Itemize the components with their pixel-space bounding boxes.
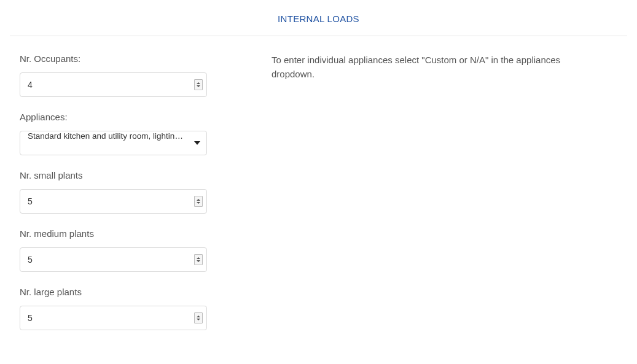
chevron-down-icon <box>197 85 200 87</box>
chevron-down-icon <box>197 260 200 262</box>
field-appliances: Appliances: Standard kitchen and utility… <box>20 112 263 155</box>
small-plants-label: Nr. small plants <box>20 170 263 180</box>
small-plants-stepper[interactable] <box>194 196 203 207</box>
large-plants-stepper[interactable] <box>194 312 203 323</box>
medium-plants-input[interactable] <box>20 248 206 271</box>
chevron-up-icon <box>197 82 200 84</box>
appliances-select-wrap: Standard kitchen and utility room, light… <box>20 131 207 155</box>
field-medium-plants: Nr. medium plants <box>20 228 263 272</box>
medium-plants-stepper[interactable] <box>194 254 203 265</box>
appliances-help-text: To enter individual appliances select "C… <box>272 53 601 81</box>
appliances-select[interactable]: Standard kitchen and utility room, light… <box>20 131 206 155</box>
form-column: Nr. Occupants: Appliances: Standard kitc… <box>11 53 263 345</box>
large-plants-input-wrap <box>20 306 207 330</box>
medium-plants-label: Nr. medium plants <box>20 228 263 239</box>
appliances-label: Appliances: <box>20 112 263 122</box>
chevron-up-icon <box>197 316 200 317</box>
field-large-plants: Nr. large plants <box>20 287 263 330</box>
small-plants-input[interactable] <box>20 190 206 213</box>
section-title: INTERNAL LOADS <box>278 14 359 24</box>
occupants-input[interactable] <box>20 73 206 96</box>
field-occupants: Nr. Occupants: <box>20 53 263 97</box>
large-plants-input[interactable] <box>20 306 206 330</box>
info-column: To enter individual appliances select "C… <box>263 53 626 345</box>
medium-plants-input-wrap <box>20 247 207 272</box>
occupants-stepper[interactable] <box>194 79 203 90</box>
chevron-down-icon <box>197 319 200 320</box>
large-plants-label: Nr. large plants <box>20 287 263 297</box>
small-plants-input-wrap <box>20 189 207 214</box>
field-small-plants: Nr. small plants <box>20 170 263 214</box>
chevron-up-icon <box>197 257 200 259</box>
chevron-up-icon <box>197 199 200 201</box>
chevron-down-icon <box>197 202 200 204</box>
occupants-label: Nr. Occupants: <box>20 53 263 64</box>
occupants-input-wrap <box>20 72 207 97</box>
section-header: INTERNAL LOADS <box>10 0 627 36</box>
